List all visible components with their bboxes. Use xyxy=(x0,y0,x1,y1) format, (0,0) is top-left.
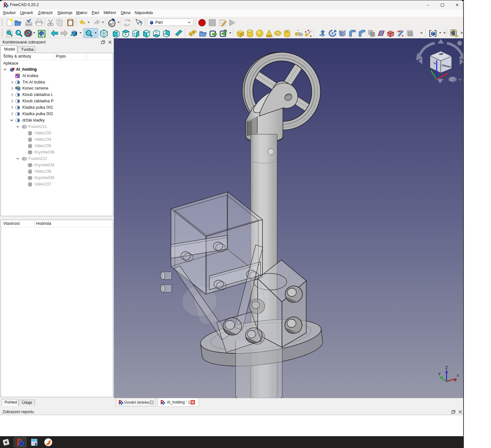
svg-text:Z: Z xyxy=(445,365,448,370)
svg-text:?: ? xyxy=(139,21,143,27)
svg-text:x: x xyxy=(457,373,459,378)
svg-text:Y: Y xyxy=(438,372,441,376)
